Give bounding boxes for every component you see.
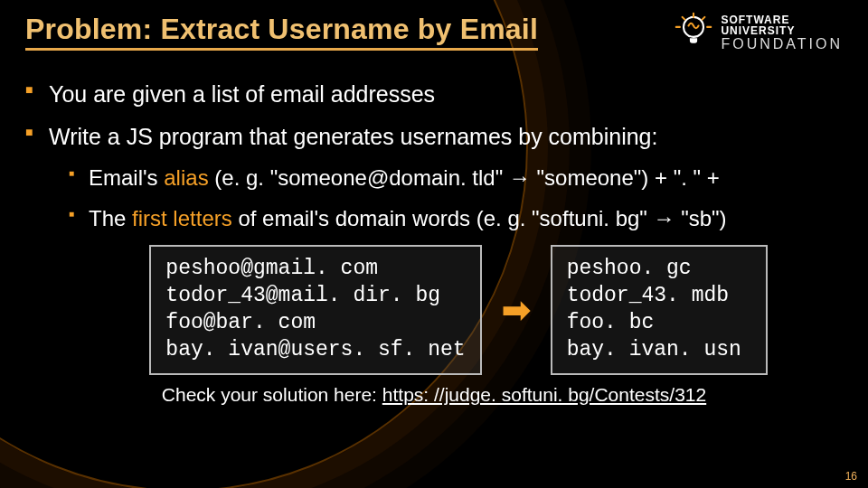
footer: Check your solution here: https: //judge…: [25, 384, 843, 406]
sub2-post: of email's domain words (e. g. "softuni.…: [232, 206, 654, 230]
sub2-post2: "sb"): [675, 206, 727, 230]
code-row: peshoo@gmail. com todor_43@mail. dir. bg…: [74, 245, 843, 375]
arrow-icon: →: [654, 206, 675, 230]
sub2-emph: first letters: [132, 206, 232, 230]
sub-bullet-2: The first letters of email's domain word…: [69, 204, 843, 232]
arrow-right-icon: ➡: [502, 290, 531, 330]
bullet-1: You are given a list of email addresses: [25, 80, 843, 109]
sub1-post: (e. g. "someone@domain. tld": [209, 165, 509, 190]
logo-line1: SOFTWARE: [721, 14, 843, 25]
solution-link[interactable]: https: //judge. softuni. bg/Contests/312: [382, 384, 706, 405]
page-number: 16: [845, 470, 857, 483]
sub1-post2: "someone") + ". " +: [531, 165, 720, 190]
input-code-box: peshoo@gmail. com todor_43@mail. dir. bg…: [149, 245, 481, 375]
logo: SOFTWARE UNIVERSITY FOUNDATION: [674, 11, 843, 54]
bullet-2-text: Write a JS program that generates userna…: [49, 124, 657, 149]
logo-line3: FOUNDATION: [721, 37, 843, 52]
sub1-pre: Email's: [89, 165, 164, 190]
slide-title: Problem: Extract Username by Email: [25, 13, 538, 51]
output-code-box: peshoo. gc todor_43. mdb foo. bc bay. iv…: [551, 245, 768, 375]
bullet-2: Write a JS program that generates userna…: [25, 122, 843, 233]
slide: SOFTWARE UNIVERSITY FOUNDATION Problem: …: [0, 0, 868, 488]
arrow-icon: →: [509, 165, 531, 190]
logo-text: SOFTWARE UNIVERSITY FOUNDATION: [721, 14, 843, 52]
sub2-pre: The: [89, 206, 132, 230]
sub-bullet-1: Email's alias (e. g. "someone@domain. tl…: [69, 164, 843, 192]
footer-text: Check your solution here:: [162, 384, 382, 405]
sub-bullet-list: Email's alias (e. g. "someone@domain. tl…: [69, 164, 843, 232]
sub1-emph: alias: [164, 165, 208, 190]
logo-line2: UNIVERSITY: [721, 25, 843, 36]
lightbulb-icon: [674, 11, 713, 54]
bullet-list: You are given a list of email addresses …: [25, 80, 843, 232]
